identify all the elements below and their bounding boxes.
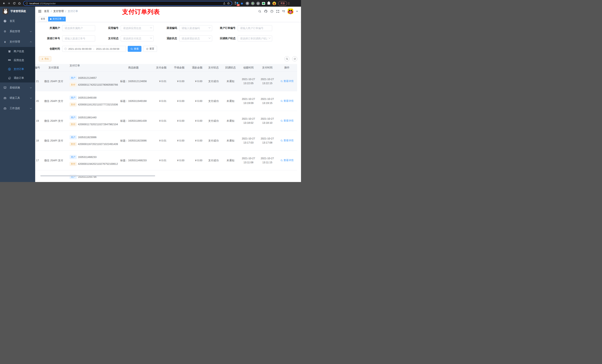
ext-y-icon[interactable]: y	[256, 1, 260, 5]
notify-status-select[interactable]	[238, 35, 272, 42]
user-avatar[interactable]	[288, 9, 293, 14]
pay-tag: 支付	[70, 142, 77, 146]
github-icon[interactable]	[264, 10, 268, 13]
pay-status-select[interactable]	[121, 35, 154, 42]
cell-create-time: 2021-10-27 13:11:08	[239, 151, 258, 170]
channel-code-select[interactable]	[179, 25, 212, 31]
cell-pay-status	[205, 170, 222, 182]
share-icon[interactable]	[223, 2, 226, 5]
chrome-update-button[interactable]: 更新	[278, 1, 287, 6]
chrome-menu-icon[interactable]	[288, 2, 290, 5]
user-menu-caret-icon[interactable]: ▼	[296, 10, 298, 12]
ext-chat-icon[interactable]	[262, 1, 265, 5]
view-detail-link[interactable]: 查看详情	[280, 158, 294, 162]
export-button[interactable]: 导出	[39, 56, 51, 62]
shop-icon	[8, 50, 11, 53]
merchant-select-input[interactable]	[62, 25, 95, 31]
sidebar-item-app-info[interactable]: 应用信息	[0, 56, 35, 65]
url-bar[interactable]: localhost:1024/pay/order	[23, 1, 232, 6]
cell-channel: 微信 JSAPI 支付	[43, 91, 64, 111]
cell-notify-status: 未通知	[222, 131, 239, 150]
bookmark-star-icon[interactable]	[227, 2, 230, 5]
search-button[interactable]: 搜索	[128, 46, 141, 52]
cell-channel: 微信 JSAPI 支付	[43, 71, 64, 91]
table-toolbar: 导出	[39, 56, 297, 62]
sidebar-item-home[interactable]: 首页	[0, 16, 35, 26]
tags-view: 首页 支付订单×	[35, 16, 301, 22]
view-detail-link[interactable]: 查看详情	[280, 79, 294, 83]
column-header: 支付状态	[205, 64, 222, 71]
create-time-range-input[interactable]: 2021-10-01 00:00:00 - 2021-10-31 23:59:5…	[62, 46, 126, 52]
table-row: 17 微信 JSAPI 支付 商户1635311468233 支付4200001…	[35, 151, 297, 170]
filter-pay-status: 支付状态	[97, 35, 156, 42]
horizontal-scrollbar[interactable]	[40, 175, 155, 177]
reset-button[interactable]: 重置	[143, 46, 157, 52]
channel-order-no-input[interactable]	[62, 35, 95, 42]
ext-command-icon[interactable]: ⌘	[246, 1, 249, 5]
chevron-up-icon	[30, 41, 32, 42]
fullscreen-icon[interactable]	[276, 10, 279, 13]
cell-action: 查看详情	[277, 71, 297, 91]
sidebar-item-infra[interactable]: 基础设施	[0, 83, 35, 93]
refund-status-select[interactable]	[179, 35, 212, 42]
filter-channel-code: 渠道编码	[156, 25, 214, 31]
merchant-order-no-input[interactable]	[238, 25, 272, 31]
sidebar-item-system[interactable]: ⚙ 系统管理	[0, 26, 35, 37]
merchant-order-no: 1635311468233	[78, 155, 97, 159]
cell-title: 标题：1635311881439	[116, 111, 151, 131]
reload-icon[interactable]	[12, 1, 17, 6]
forward-icon[interactable]	[7, 1, 11, 6]
table-row: 20 微信 JSAPI 支付 商户1635311949168 支付4200001…	[35, 91, 297, 111]
cell-pay-time: 2021-10-27 13:19:15	[258, 91, 277, 111]
filter-merchant-order-no: 商户订单编号	[214, 25, 273, 31]
view-detail-link[interactable]: 查看详情	[280, 138, 294, 143]
cell-refund-amount: ¥ 0.00	[187, 151, 205, 170]
cell-pay-time: 2021-10-27 13:17:08	[258, 131, 277, 150]
sidebar-menu: 首页 ⚙ 系统管理 ¥ 支付管理 商户信息	[0, 16, 35, 182]
refresh-button[interactable]	[292, 56, 297, 62]
sidebar-item-pay[interactable]: ¥ 支付管理	[0, 37, 35, 47]
merchant-tag: 商户	[70, 76, 77, 80]
sidebar-item-workflow[interactable]: 工作流程	[0, 103, 35, 114]
view-detail-link[interactable]: 查看详情	[280, 99, 294, 103]
cell-pay-amount: ¥ 0.01	[151, 151, 169, 170]
tag-home[interactable]: 首页	[39, 17, 47, 21]
ext-puzzle-icon[interactable]	[267, 1, 271, 5]
cell-pay-status: 支付成功	[205, 151, 222, 170]
cell-fee-amount	[169, 170, 187, 182]
merchant-order-no: 1635311949168	[78, 96, 97, 100]
pay-submenu: 商户信息 应用信息 支付订单 退款订单	[0, 47, 35, 83]
help-icon[interactable]	[270, 10, 273, 13]
breadcrumb-pay[interactable]: 支付管理	[53, 10, 64, 13]
merchant-tag: 商户	[70, 135, 77, 139]
merchant-tag: 商户	[70, 155, 77, 159]
app-select[interactable]	[121, 25, 154, 31]
ext-gem-icon[interactable]: ◆	[240, 1, 244, 5]
filter-create-time: 创建时间 2021-10-01 00:00:00 - 2021-10-31 23…	[39, 46, 126, 52]
sidebar-item-pay-order[interactable]: 支付订单	[0, 65, 35, 74]
home-icon[interactable]	[17, 1, 22, 6]
back-icon[interactable]	[1, 1, 6, 6]
cell-refund-amount: ¥ 0.00	[187, 111, 205, 131]
close-tag-icon[interactable]: ×	[63, 18, 64, 20]
ext-recorder-icon[interactable]	[251, 1, 255, 5]
cell-fee-amount: ¥ 0.00	[169, 131, 187, 150]
cell-refund-amount: ¥ 0.00	[187, 71, 205, 91]
sidebar-item-refund-order[interactable]: 退款订单	[0, 74, 35, 83]
font-size-icon[interactable]: TT	[282, 10, 285, 13]
breadcrumb-home[interactable]: 首页	[44, 10, 49, 13]
tag-pay-order[interactable]: 支付订单×	[48, 17, 66, 21]
toggle-search-button[interactable]	[284, 56, 290, 62]
cell-create-time: 2021-10-27 13:17:03	[239, 131, 258, 150]
view-detail-link[interactable]: 查看详情	[280, 119, 294, 123]
sidebar-item-devtool[interactable]: 研发工具	[0, 93, 35, 103]
search-icon[interactable]	[258, 10, 261, 13]
cell-pay-status: 支付成功	[205, 131, 222, 150]
browser-toolbar: localhost:1024/pay/order ◆10 ◆ ⌘ y 更新	[0, 0, 301, 7]
ext-tabs-icon[interactable]: ◆10	[235, 1, 238, 5]
sidebar-item-merchant-info[interactable]: 商户信息	[0, 47, 35, 56]
site-info-icon[interactable]	[26, 2, 28, 5]
ext-avatar-icon[interactable]	[272, 1, 276, 5]
collapse-sidebar-icon[interactable]	[38, 10, 42, 13]
cell-create-time: 2021-10-27 13:19:09	[239, 91, 258, 111]
